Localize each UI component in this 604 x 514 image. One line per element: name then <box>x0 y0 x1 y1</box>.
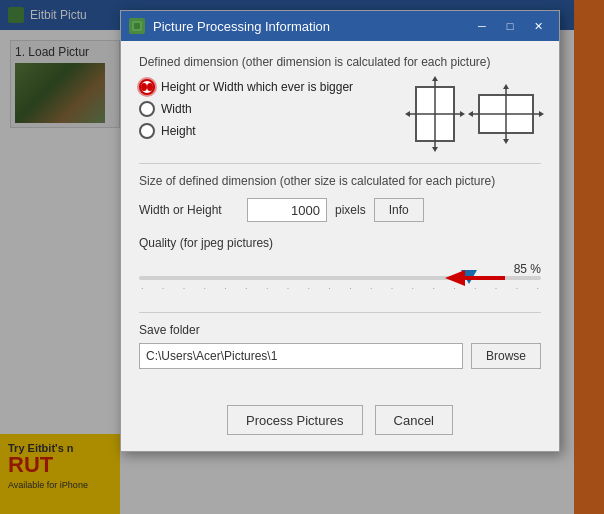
modal-title: Picture Processing Information <box>153 19 469 34</box>
cancel-button[interactable]: Cancel <box>375 405 453 435</box>
dimension-radio-group: Height or Width which ever is bigger Wid… <box>139 79 541 149</box>
modal-titlebar[interactable]: Picture Processing Information ─ □ ✕ <box>121 11 559 41</box>
modal-body: Defined dimension (other dimension is ca… <box>121 41 559 399</box>
svg-marker-11 <box>468 111 473 117</box>
maximize-button[interactable]: □ <box>497 16 523 36</box>
quality-label: Quality (for jpeg pictures) <box>139 236 541 250</box>
modal-controls: ─ □ ✕ <box>469 16 551 36</box>
radio-label-2: Width <box>161 102 192 116</box>
svg-rect-1 <box>134 23 140 29</box>
quality-section: Quality (for jpeg pictures) · · · · · · … <box>139 236 541 298</box>
modal-footer: Process Pictures Cancel <box>121 399 559 451</box>
browse-button[interactable]: Browse <box>471 343 541 369</box>
svg-marker-15 <box>503 139 509 144</box>
wide-rect-svg <box>471 87 541 142</box>
close-button[interactable]: ✕ <box>525 16 551 36</box>
folder-path-input[interactable] <box>139 343 463 369</box>
radio-button-1[interactable] <box>139 79 155 95</box>
svg-marker-8 <box>432 147 438 152</box>
info-button[interactable]: Info <box>374 198 424 222</box>
picture-processing-dialog: Picture Processing Information ─ □ ✕ Def… <box>120 10 560 452</box>
radio-option-2[interactable]: Width <box>139 101 353 117</box>
modal-app-icon <box>129 18 145 34</box>
radio-label-3: Height <box>161 124 196 138</box>
radio-option-3[interactable]: Height <box>139 123 353 139</box>
svg-marker-5 <box>460 111 465 117</box>
tall-rect-svg <box>408 79 463 149</box>
folder-row: Browse <box>139 343 541 369</box>
slider-container: · · · · · · · · · · · · · · · <box>139 258 541 298</box>
radio-options: Height or Width which ever is bigger Wid… <box>139 79 353 139</box>
save-folder-label: Save folder <box>139 323 541 337</box>
size-input[interactable] <box>247 198 327 222</box>
slider-wrapper: · · · · · · · · · · · · · · · <box>139 264 541 293</box>
radio-option-1[interactable]: Height or Width which ever is bigger <box>139 79 353 95</box>
minimize-button[interactable]: ─ <box>469 16 495 36</box>
process-pictures-button[interactable]: Process Pictures <box>227 405 363 435</box>
pixels-label: pixels <box>335 203 366 217</box>
size-section: Size of defined dimension (other size is… <box>139 174 541 222</box>
size-section-label: Size of defined dimension (other size is… <box>139 174 541 188</box>
size-row: Width or Height pixels Info <box>139 198 541 222</box>
radio-button-3[interactable] <box>139 123 155 139</box>
save-folder-section: Save folder Browse <box>139 323 541 369</box>
divider-2 <box>139 312 541 313</box>
slider-value: 85 % <box>514 262 541 276</box>
svg-marker-14 <box>503 84 509 89</box>
svg-marker-4 <box>405 111 410 117</box>
svg-marker-12 <box>539 111 544 117</box>
defined-dimension-label: Defined dimension (other dimension is ca… <box>139 55 541 69</box>
width-or-height-label: Width or Height <box>139 203 239 217</box>
divider-1 <box>139 163 541 164</box>
radio-button-2[interactable] <box>139 101 155 117</box>
red-arrow <box>445 268 505 291</box>
svg-marker-17 <box>445 270 505 286</box>
dimension-illustration <box>408 79 541 149</box>
svg-marker-7 <box>432 76 438 81</box>
radio-label-1: Height or Width which ever is bigger <box>161 80 353 94</box>
